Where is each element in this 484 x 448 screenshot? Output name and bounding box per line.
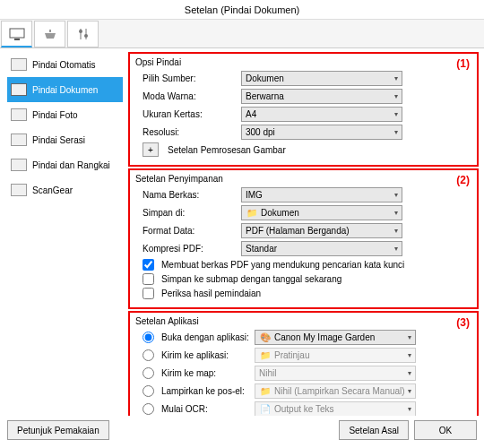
section-tag: (1) <box>456 57 470 70</box>
filename-label: Nama Berkas: <box>143 190 238 200</box>
preview-icon: 📁 <box>259 350 272 361</box>
sidebar-item-label: Pindai Foto <box>32 110 78 120</box>
section-tag: (2) <box>456 174 470 186</box>
help-button[interactable]: Petunjuk Pemakaian <box>7 420 109 440</box>
tab-scan-from-computer[interactable] <box>1 21 32 47</box>
sidebar-item-scangear[interactable]: ScanGear <box>7 177 123 202</box>
chevron-down-icon: ▾ <box>408 405 411 413</box>
send-folder-label: Kirim ke map: <box>161 368 251 378</box>
mail-icon: 📁 <box>259 386 272 397</box>
section-app-settings: (3) Setelan Aplikasi Buka dengan aplikas… <box>128 311 479 416</box>
sidebar-item-auto[interactable]: Pindai Otomatis <box>7 52 123 77</box>
section-title: Opsi Pindai <box>135 57 471 67</box>
chevron-down-icon: ▾ <box>408 351 411 359</box>
section-save-settings: (2) Setelan Penyimpanan Nama Berkas:IMG▾… <box>128 168 479 309</box>
start-ocr-radio[interactable] <box>143 403 154 415</box>
chevron-down-icon: ▾ <box>394 128 398 136</box>
section-title: Setelan Penyimpanan <box>135 174 471 184</box>
scangear-icon <box>11 184 27 196</box>
sidebar-item-label: Pindai Serasi <box>32 135 85 145</box>
chevron-down-icon: ▾ <box>408 333 411 341</box>
send-folder-radio[interactable] <box>143 367 154 379</box>
filename-input[interactable]: IMG▾ <box>241 187 402 202</box>
send-app-select[interactable]: 📁Pratinjau▾ <box>255 348 416 363</box>
tab-scan-from-panel[interactable] <box>34 21 65 47</box>
send-app-label: Kirim ke aplikasi: <box>161 350 251 360</box>
section-scan-options: (1) Opsi Pindai Pilih Sumber:Dokumen▾ Mo… <box>128 52 479 167</box>
start-ocr-select[interactable]: 📄Output ke Teks▾ <box>255 401 416 416</box>
color-mode-select[interactable]: Berwarna▾ <box>241 89 402 104</box>
sidebar-item-photo[interactable]: Pindai Foto <box>7 102 123 127</box>
send-app-radio[interactable] <box>143 349 154 361</box>
compression-label: Kompresi PDF: <box>143 244 238 254</box>
sidebar-item-label: ScanGear <box>32 185 73 195</box>
defaults-button[interactable]: Setelan Asal <box>339 420 409 440</box>
monitor-icon <box>8 28 26 40</box>
resolution-select[interactable]: 300 dpi▾ <box>241 125 402 140</box>
chevron-down-icon: ▾ <box>394 227 398 235</box>
sliders-icon <box>76 27 91 41</box>
attach-email-radio[interactable] <box>143 385 154 397</box>
source-label: Pilih Sumber: <box>143 73 238 83</box>
sidebar-item-label: Pindai Dokumen <box>32 85 98 95</box>
app-icon: 🎨 <box>259 332 272 343</box>
savein-label: Simpan di: <box>143 208 238 218</box>
window-title: Setelan (Pindai Dokumen) <box>0 0 484 20</box>
subfolder-date-checkbox[interactable] <box>143 273 154 285</box>
svg-point-6 <box>84 34 88 38</box>
compression-select[interactable]: Standar▾ <box>241 241 402 256</box>
sidebar-item-stitch[interactable]: Pindai dan Rangkai <box>7 152 123 177</box>
sidebar: Pindai Otomatis Pindai Dokumen Pindai Fo… <box>0 48 123 416</box>
chevron-down-icon: ▾ <box>394 110 398 118</box>
stitch-icon <box>11 159 27 171</box>
attach-email-label: Lampirkan ke pos-el: <box>161 386 251 396</box>
open-with-select[interactable]: 🎨Canon My Image Garden▾ <box>255 330 416 345</box>
chevron-down-icon: ▾ <box>394 92 398 100</box>
check-results-label: Periksa hasil pemindaian <box>161 289 261 298</box>
photo-icon <box>11 108 27 121</box>
color-mode-label: Moda Warna: <box>143 91 238 101</box>
expand-button[interactable]: + <box>143 142 159 157</box>
auto-icon <box>11 58 27 71</box>
pdf-searchable-checkbox[interactable] <box>143 259 154 271</box>
svg-rect-0 <box>10 29 24 38</box>
tab-general-settings[interactable] <box>67 21 99 47</box>
paper-size-select[interactable]: A4▾ <box>241 107 402 122</box>
scanner-icon <box>41 28 59 40</box>
format-label: Format Data: <box>143 226 238 236</box>
footer: Petunjuk Pemakaian Setelan Asal OK <box>0 416 484 444</box>
plus-icon: + <box>148 145 153 155</box>
send-folder-select[interactable]: Nihil▾ <box>255 366 416 381</box>
section-title: Setelan Aplikasi <box>135 316 471 326</box>
custom-icon <box>11 134 27 146</box>
resolution-label: Resolusi: <box>143 127 238 137</box>
image-processing-label: Setelan Pemrosesan Gambar <box>168 145 286 155</box>
open-with-label: Buka dengan aplikasi: <box>161 332 251 342</box>
attach-email-select[interactable]: 📁Nihil (Lampirkan Secara Manual)▾ <box>255 383 416 399</box>
format-select[interactable]: PDF (Halaman Berganda)▾ <box>241 223 402 238</box>
sidebar-item-custom[interactable]: Pindai Serasi <box>7 127 123 152</box>
source-select[interactable]: Dokumen▾ <box>241 71 402 86</box>
section-tag: (3) <box>456 316 470 329</box>
chevron-down-icon: ▾ <box>394 191 398 199</box>
svg-point-5 <box>79 30 82 33</box>
content-area: (1) Opsi Pindai Pilih Sumber:Dokumen▾ Mo… <box>123 48 484 416</box>
open-with-radio[interactable] <box>143 332 154 343</box>
start-ocr-label: Mulai OCR: <box>161 404 251 414</box>
sidebar-item-label: Pindai Otomatis <box>32 60 96 70</box>
savein-select[interactable]: 📁Dokumen▾ <box>241 205 402 220</box>
ok-button[interactable]: OK <box>414 420 477 440</box>
chevron-down-icon: ▾ <box>394 209 398 217</box>
svg-rect-1 <box>14 39 20 40</box>
pdf-searchable-label: Membuat berkas PDF yang mendukung pencar… <box>161 260 404 270</box>
document-icon <box>11 83 27 96</box>
chevron-down-icon: ▾ <box>408 387 411 395</box>
sidebar-item-label: Pindai dan Rangkai <box>32 160 110 170</box>
check-results-checkbox[interactable] <box>143 288 154 299</box>
svg-rect-2 <box>49 30 51 32</box>
chevron-down-icon: ▾ <box>408 369 411 377</box>
chevron-down-icon: ▾ <box>394 74 398 82</box>
chevron-down-icon: ▾ <box>394 245 398 253</box>
sidebar-item-document[interactable]: Pindai Dokumen <box>7 77 123 102</box>
folder-icon: 📁 <box>246 208 258 219</box>
